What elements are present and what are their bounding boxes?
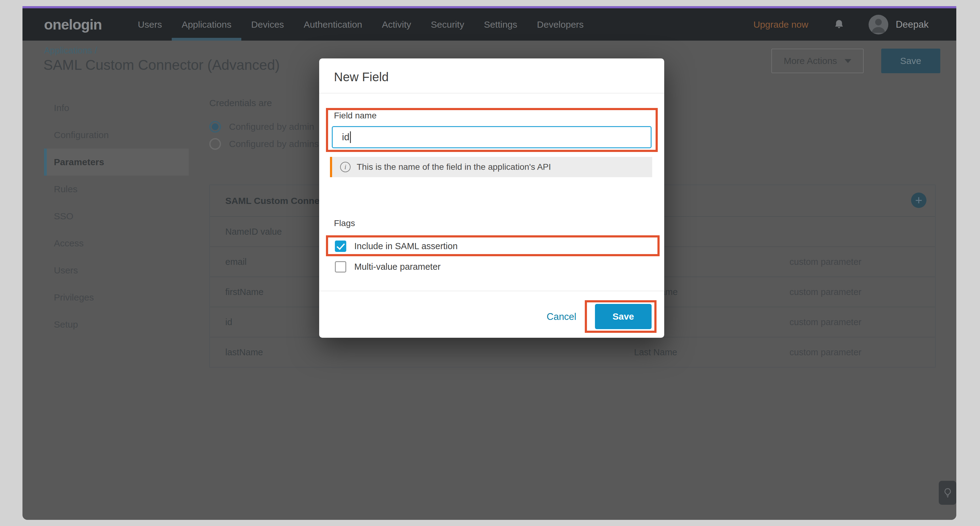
radio-option-configured-by-admins-a[interactable]: Configured by admins a <box>209 135 326 153</box>
credentials-label: Credentials are <box>209 98 326 108</box>
field-name-label: Field name <box>334 111 377 121</box>
sidebar-item-sso[interactable]: SSO <box>44 203 189 230</box>
parameter-type: custom parameter <box>789 287 862 297</box>
modal-save-button[interactable]: Save <box>595 304 652 329</box>
parameter-type: custom parameter <box>789 317 862 327</box>
parameter-name: firstName <box>210 287 264 297</box>
radio-selected-icon[interactable] <box>209 121 221 133</box>
sidebar-item-configuration[interactable]: Configuration <box>44 121 189 149</box>
nav-item-settings[interactable]: Settings <box>474 8 527 41</box>
credentials-section: Credentials are Configured by adminConfi… <box>209 98 326 153</box>
field-name-input-value: id <box>342 132 349 143</box>
checkbox-checked-icon[interactable] <box>335 240 346 252</box>
flag-option-include-in-saml-assertion[interactable]: Include in SAML assertion <box>335 240 458 252</box>
parameter-name: lastName <box>210 347 263 358</box>
parameter-name: id <box>210 317 232 327</box>
info-icon: i <box>340 162 351 172</box>
credentials-radio-group: Configured by adminConfigured by admins … <box>209 118 326 153</box>
sidebar-item-parameters[interactable]: Parameters <box>44 149 189 176</box>
nav-items: UsersApplicationsDevicesAuthenticationAc… <box>128 8 594 41</box>
header-actions: More Actions Save <box>771 49 940 73</box>
flag-option-multi-value-parameter[interactable]: Multi-value parameter <box>335 261 441 273</box>
radio-label: Configured by admins a <box>229 139 326 149</box>
top-nav: onelogin UsersApplicationsDevicesAuthent… <box>22 8 956 41</box>
more-actions-button[interactable]: More Actions <box>771 49 863 73</box>
help-lightbulb-button[interactable] <box>939 481 956 505</box>
radio-option-configured-by-admin[interactable]: Configured by admin <box>209 118 326 135</box>
nav-item-devices[interactable]: Devices <box>241 8 294 41</box>
notifications-bell-icon[interactable] <box>834 19 845 30</box>
lightbulb-icon <box>942 487 953 498</box>
field-name-input[interactable]: id <box>332 126 652 148</box>
checkbox-unchecked-icon[interactable] <box>335 261 346 273</box>
sidebar-item-rules[interactable]: Rules <box>44 176 189 203</box>
radio-label: Configured by admin <box>229 121 314 132</box>
onelogin-logo: onelogin <box>44 16 102 33</box>
avatar[interactable] <box>869 15 888 35</box>
parameter-value: Last Name <box>634 347 677 358</box>
nav-item-authentication[interactable]: Authentication <box>294 8 372 41</box>
modal-title: New Field <box>334 70 389 84</box>
sidebar-item-info[interactable]: Info <box>44 94 189 121</box>
nav-item-developers[interactable]: Developers <box>527 8 594 41</box>
breadcrumb[interactable]: Applications / <box>44 46 97 56</box>
add-parameter-button[interactable]: + <box>911 192 926 208</box>
brand-accent-line <box>22 6 956 8</box>
flags-label: Flags <box>334 218 355 228</box>
radio-unselected-icon[interactable] <box>209 138 221 150</box>
field-name-help-text: This is the name of the field in the app… <box>357 162 551 172</box>
nav-item-activity[interactable]: Activity <box>372 8 421 41</box>
modal-header-divider <box>319 93 664 94</box>
new-field-modal: New Field Field name id i This is the na… <box>319 59 664 338</box>
sidebar-item-users[interactable]: Users <box>44 257 189 284</box>
cancel-button[interactable]: Cancel <box>547 311 576 323</box>
modal-footer-divider <box>319 291 664 291</box>
sidebar-item-setup[interactable]: Setup <box>44 311 189 338</box>
nav-item-users[interactable]: Users <box>128 8 172 41</box>
nav-item-applications[interactable]: Applications <box>172 8 241 41</box>
nav-item-security[interactable]: Security <box>421 8 474 41</box>
sidebar-item-privileges[interactable]: Privileges <box>44 284 189 311</box>
more-actions-label: More Actions <box>784 56 837 66</box>
field-name-help-note: i This is the name of the field in the a… <box>330 157 652 177</box>
header-save-button[interactable]: Save <box>881 49 940 73</box>
flag-label: Multi-value parameter <box>354 262 441 272</box>
upgrade-now-link[interactable]: Upgrade now <box>754 19 808 30</box>
parameter-type: custom parameter <box>789 257 862 267</box>
parameter-name: email <box>210 257 247 267</box>
text-cursor <box>350 131 351 143</box>
parameter-type: custom parameter <box>789 347 862 358</box>
nav-right-group: Upgrade now Deepak <box>754 15 929 35</box>
page-title: SAML Custom Connector (Advanced) <box>43 57 280 73</box>
flag-label: Include in SAML assertion <box>354 241 458 251</box>
parameter-row-lastname[interactable]: lastNameLast Namecustom parameter <box>210 337 935 367</box>
user-name[interactable]: Deepak <box>896 19 929 30</box>
sidebar: InfoConfigurationParametersRulesSSOAcces… <box>22 94 189 338</box>
parameter-name: NameID value <box>210 227 282 237</box>
sidebar-item-access[interactable]: Access <box>44 230 189 257</box>
chevron-down-icon <box>845 59 851 63</box>
